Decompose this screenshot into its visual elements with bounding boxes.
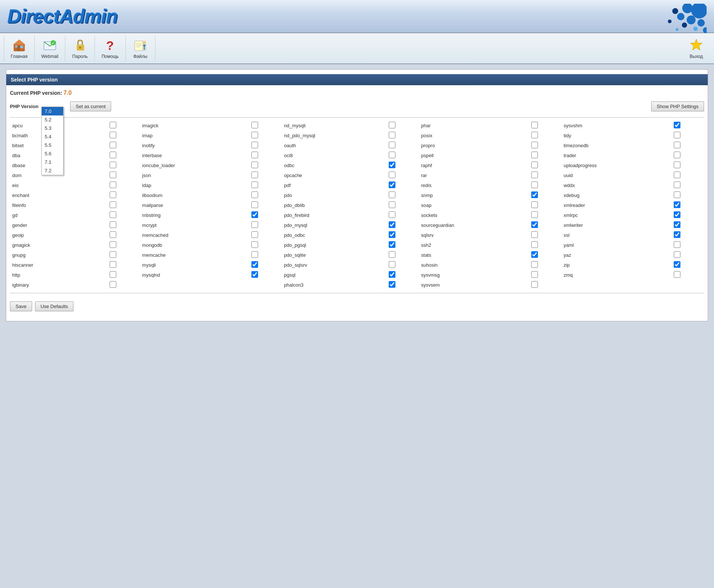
checkbox-yaml[interactable] xyxy=(674,241,680,248)
checkbox-geoip[interactable] xyxy=(110,231,116,238)
checkbox-interbase[interactable] xyxy=(251,152,258,158)
checkbox-ldap[interactable] xyxy=(251,181,258,188)
checkbox-eio[interactable] xyxy=(110,181,116,188)
checkbox-bcmath[interactable] xyxy=(110,132,116,138)
nav-home[interactable]: Главная xyxy=(4,35,35,61)
checkbox-rar[interactable] xyxy=(531,172,538,178)
checkbox-http[interactable] xyxy=(110,271,116,278)
checkbox-ioncube_loader[interactable] xyxy=(251,162,258,168)
use-defaults-button[interactable]: Use Defaults xyxy=(35,301,73,311)
checkbox-memcached[interactable] xyxy=(251,231,258,238)
version-option-54[interactable]: 5.4 xyxy=(42,132,63,141)
checkbox-xmlreader[interactable] xyxy=(674,201,680,208)
checkbox-fileinfo[interactable] xyxy=(110,201,116,208)
checkbox-gmagick[interactable] xyxy=(110,241,116,248)
nav-help[interactable]: ? Помощь xyxy=(95,35,126,61)
checkbox-pgsql[interactable] xyxy=(389,271,395,278)
checkbox-pdo[interactable] xyxy=(389,191,395,198)
checkbox-mcrypt[interactable] xyxy=(251,221,258,228)
checkbox-zmq[interactable] xyxy=(674,271,680,278)
checkbox-pdo_dblib[interactable] xyxy=(389,201,395,208)
checkbox-sysvmsg[interactable] xyxy=(531,271,538,278)
checkbox-pdo_mysql[interactable] xyxy=(389,221,395,228)
checkbox-snmp[interactable] xyxy=(531,191,538,198)
checkbox-sysvsem[interactable] xyxy=(531,281,538,288)
checkbox-oci8[interactable] xyxy=(389,152,395,158)
checkbox-xmlwriter[interactable] xyxy=(674,221,680,228)
checkbox-sockets[interactable] xyxy=(531,211,538,218)
version-option-71[interactable]: 7.1 xyxy=(42,158,63,166)
checkbox-raphf[interactable] xyxy=(531,162,538,168)
version-dropdown[interactable]: 7.0 5.2 5.3 5.4 5.5 5.6 7.1 7.2 xyxy=(41,107,63,175)
set-as-current-button[interactable]: Set as current xyxy=(70,101,111,111)
checkbox-xmlrpc[interactable] xyxy=(674,211,680,218)
checkbox-xsl[interactable] xyxy=(674,231,680,238)
checkbox-oauth[interactable] xyxy=(389,142,395,148)
checkbox-stats[interactable] xyxy=(531,251,538,258)
checkbox-phar[interactable] xyxy=(531,122,538,128)
version-option-52[interactable]: 5.2 xyxy=(42,115,63,124)
version-option-72[interactable]: 7.2 xyxy=(42,166,63,175)
nav-files[interactable]: Файлы xyxy=(126,35,155,61)
checkbox-opcache[interactable] xyxy=(389,172,395,178)
show-php-settings-button[interactable]: Show PHP Settings xyxy=(651,101,704,111)
checkbox-odbc[interactable] xyxy=(389,162,395,168)
checkbox-inotify[interactable] xyxy=(251,142,258,148)
checkbox-gd[interactable] xyxy=(110,211,116,218)
checkbox-posix[interactable] xyxy=(531,132,538,138)
checkbox-pdo_firebird[interactable] xyxy=(389,211,395,218)
checkbox-mbstring[interactable] xyxy=(251,211,258,218)
checkbox-igbinary[interactable] xyxy=(110,281,116,288)
nav-webmail[interactable]: ✓ Webmail xyxy=(35,35,65,61)
checkbox-mysqli[interactable] xyxy=(251,261,258,268)
checkbox-bitset[interactable] xyxy=(110,142,116,148)
checkbox-libsodium[interactable] xyxy=(251,191,258,198)
checkbox-htscanner[interactable] xyxy=(110,261,116,268)
checkbox-nd_mysqli[interactable] xyxy=(389,122,395,128)
checkbox-ssh2[interactable] xyxy=(531,241,538,248)
checkbox-sourceguardian[interactable] xyxy=(531,221,538,228)
checkbox-redis[interactable] xyxy=(531,181,538,188)
checkbox-phalcon3[interactable] xyxy=(389,281,395,288)
checkbox-mailparse[interactable] xyxy=(251,201,258,208)
checkbox-imap[interactable] xyxy=(251,132,258,138)
checkbox-imagick[interactable] xyxy=(251,122,258,128)
checkbox-dbase[interactable] xyxy=(110,162,116,168)
checkbox-tidy[interactable] xyxy=(674,132,680,138)
checkbox-xdebug[interactable] xyxy=(674,191,680,198)
nav-exit[interactable]: Выход xyxy=(682,35,710,61)
checkbox-mysqlnd[interactable] xyxy=(251,271,258,278)
version-option-70[interactable]: 7.0 xyxy=(42,107,63,115)
save-button[interactable]: Save xyxy=(10,301,32,311)
checkbox-gnupg[interactable] xyxy=(110,251,116,258)
checkbox-nd_pdo_mysql[interactable] xyxy=(389,132,395,138)
checkbox-trader[interactable] xyxy=(674,152,680,158)
checkbox-pdo_pgsql[interactable] xyxy=(389,241,395,248)
checkbox-dom[interactable] xyxy=(110,172,116,178)
checkbox-yaz[interactable] xyxy=(674,251,680,258)
version-option-53[interactable]: 5.3 xyxy=(42,124,63,132)
checkbox-dba[interactable] xyxy=(110,152,116,158)
checkbox-gender[interactable] xyxy=(110,221,116,228)
checkbox-sysvshm[interactable] xyxy=(674,122,680,128)
checkbox-pdf[interactable] xyxy=(389,181,395,188)
checkbox-uuid[interactable] xyxy=(674,172,680,178)
version-option-56[interactable]: 5.6 xyxy=(42,149,63,158)
checkbox-sqlsrv[interactable] xyxy=(531,231,538,238)
checkbox-propro[interactable] xyxy=(531,142,538,148)
checkbox-apcu[interactable] xyxy=(110,122,116,128)
checkbox-json[interactable] xyxy=(251,172,258,178)
checkbox-pdo_sqlite[interactable] xyxy=(389,251,395,258)
version-option-55[interactable]: 5.5 xyxy=(42,141,63,149)
checkbox-uploadprogress[interactable] xyxy=(674,162,680,168)
checkbox-pspell[interactable] xyxy=(531,152,538,158)
checkbox-memcache[interactable] xyxy=(251,251,258,258)
checkbox-timezonedb[interactable] xyxy=(674,142,680,148)
checkbox-mongodb[interactable] xyxy=(251,241,258,248)
checkbox-pdo_odbc[interactable] xyxy=(389,231,395,238)
checkbox-zip[interactable] xyxy=(674,261,680,268)
checkbox-suhosin[interactable] xyxy=(531,261,538,268)
checkbox-enchant[interactable] xyxy=(110,191,116,198)
checkbox-wddx[interactable] xyxy=(674,181,680,188)
checkbox-pdo_sqlsrv[interactable] xyxy=(389,261,395,268)
